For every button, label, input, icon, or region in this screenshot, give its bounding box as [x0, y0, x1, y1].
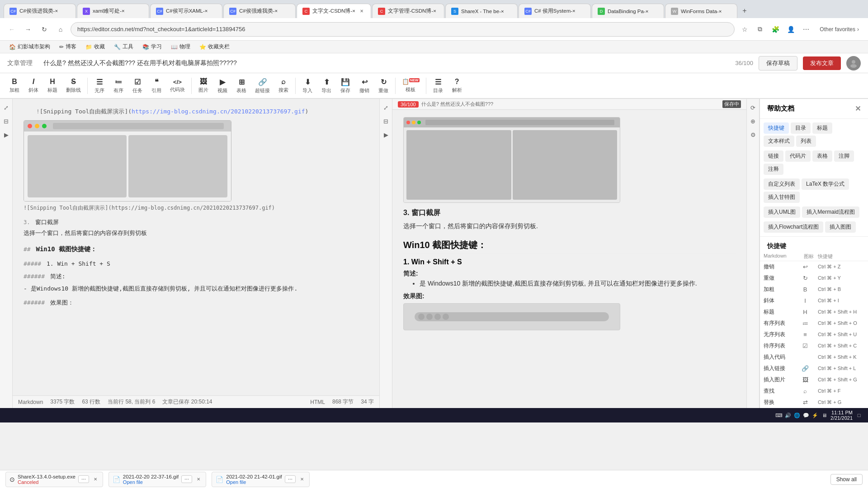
notif-2-close[interactable]: ✕: [195, 476, 202, 483]
help-close-icon[interactable]: ✕: [855, 104, 861, 113]
preview-sync-icon[interactable]: ⟳: [748, 103, 758, 113]
bookmark-2[interactable]: ✏ 博客: [56, 42, 80, 52]
toolbar-video[interactable]: ▶ 视频: [213, 75, 231, 97]
help-tab-textstyle[interactable]: 文本样式: [764, 136, 794, 147]
tab-7[interactable]: S ShareX - The be-×: [445, 4, 518, 18]
bookmark-5[interactable]: 📚 学习: [139, 42, 165, 52]
tab-2[interactable]: X xaml难可处-×: [77, 4, 149, 18]
help-tab-heading[interactable]: 标题: [812, 122, 832, 134]
editor-textarea[interactable]: ![Snipping Tool自由截屏演示](https://img-blog.…: [13, 99, 379, 395]
bookmark-6[interactable]: 📖 物理: [167, 42, 194, 52]
toolbar-heading[interactable]: H 标题: [43, 75, 61, 97]
tab-5-close[interactable]: ✕: [358, 8, 365, 15]
tab-5[interactable]: C 文字文-CSDN博-× ✕: [297, 4, 371, 18]
toolbar-image[interactable]: 🖼 图片: [194, 75, 212, 97]
home-button[interactable]: ⌂: [54, 23, 67, 36]
toolbar-template[interactable]: 📋NEW 模板: [398, 75, 423, 97]
help-tab-list[interactable]: 列表: [796, 136, 816, 147]
help-tab-latex[interactable]: LaTeX 数学公式: [802, 178, 849, 190]
expand-editor-icon[interactable]: ⤢: [1, 103, 11, 113]
toolbar-table[interactable]: ⊞ 表格: [232, 75, 250, 97]
show-all-button[interactable]: Show all: [830, 474, 863, 485]
toolbar-undo[interactable]: ↩ 撤销: [355, 75, 373, 97]
help-tab-mermaid[interactable]: 插入Mermaid流程图: [802, 206, 859, 218]
collections-icon[interactable]: ⧉: [754, 23, 766, 36]
notif-3-more[interactable]: ⋯: [285, 475, 296, 483]
help-tab-toc[interactable]: 目录: [791, 122, 811, 134]
shortcut-icon: H: [796, 306, 814, 318]
notif-3-close[interactable]: ✕: [298, 476, 306, 483]
help-tab-comment[interactable]: 注释: [764, 164, 783, 175]
toolbar-search[interactable]: ⌕ 搜索: [274, 75, 292, 97]
toolbar-import[interactable]: ⬇ 导入: [298, 75, 316, 97]
help-tab-custom-list[interactable]: 自定义列表: [764, 178, 800, 190]
preview-icon-2[interactable]: ⊟: [381, 116, 391, 126]
preview-icon-1[interactable]: ⤢: [381, 103, 391, 113]
help-tab-gantt[interactable]: 插入甘特图: [764, 192, 800, 203]
notif-2-action[interactable]: Open file: [123, 479, 179, 485]
tab-8[interactable]: C# C# 侯用System-×: [519, 4, 591, 18]
tab-1[interactable]: C# C#侯强进我类-×: [4, 4, 76, 18]
tab-3[interactable]: C# C#侯可示XAML-×: [150, 4, 222, 18]
toolbar-strikethrough[interactable]: S 删除线: [62, 75, 85, 97]
new-tab-button[interactable]: +: [738, 5, 751, 17]
favorites-star-icon[interactable]: ☆: [738, 23, 751, 36]
toolbar-parse[interactable]: ? 解析: [448, 75, 466, 97]
tray-display-icon[interactable]: 🖥: [821, 412, 828, 419]
profile-icon[interactable]: 👤: [784, 23, 797, 36]
toolbar-toc[interactable]: ☰ 目录: [429, 75, 447, 97]
notif-1-more[interactable]: ⋯: [78, 475, 89, 483]
tray-volume-icon[interactable]: 🔊: [784, 412, 792, 419]
help-tab-insert-img[interactable]: 插入图图: [825, 221, 856, 233]
tab-6[interactable]: C 文字管理-CSDN博-×: [372, 4, 444, 18]
toolbar-redo[interactable]: ↻ 重做: [374, 75, 392, 97]
bookmark-4[interactable]: 🔧 工具: [110, 42, 137, 52]
notif-2-more[interactable]: ⋯: [181, 475, 192, 483]
forward-button[interactable]: →: [22, 23, 34, 36]
toolbar-code[interactable]: </> 代码块: [166, 75, 189, 97]
address-bar[interactable]: https://editor.csdn.net/md?not_checkout=…: [71, 22, 735, 37]
bookmark-7[interactable]: ⭐ 收藏夹栏: [196, 42, 233, 52]
help-tab-codesnippet[interactable]: 代码片: [785, 150, 811, 162]
toolbar-task[interactable]: ☑ 任务: [128, 75, 146, 97]
tray-battery-icon[interactable]: ⚡: [811, 412, 819, 419]
toolbar-link[interactable]: 🔗 超链接: [251, 75, 274, 97]
save-draft-button[interactable]: 保存草稿: [759, 56, 797, 70]
bookmark-3[interactable]: 📁 收藏: [82, 42, 108, 52]
back-button[interactable]: ←: [5, 23, 18, 36]
bookmark-1[interactable]: 🏠 幻影城市架构: [5, 42, 54, 52]
publish-button[interactable]: 发布文章: [803, 56, 841, 70]
help-tab-shortcuts[interactable]: 快捷键: [764, 122, 789, 134]
toolbar-save[interactable]: 💾 保存: [336, 75, 354, 97]
preview-settings-icon[interactable]: ⚙: [748, 130, 758, 140]
action-center-icon[interactable]: □: [855, 412, 863, 419]
notif-1-close[interactable]: ✕: [92, 476, 99, 483]
split-view-icon[interactable]: ⊟: [1, 116, 11, 126]
toolbar-unordered[interactable]: ☰ 无序: [90, 75, 108, 97]
notif-3-action[interactable]: Open file: [226, 479, 282, 485]
tray-notification-icon[interactable]: 💬: [802, 412, 810, 419]
preview-zoom-icon[interactable]: ⊕: [748, 116, 758, 126]
preview-icon-3[interactable]: ▶: [381, 130, 391, 140]
help-tab-link[interactable]: 链接: [764, 150, 783, 162]
doc-title-input[interactable]: [43, 60, 730, 67]
help-tab-table[interactable]: 表格: [812, 150, 832, 162]
help-tab-footnote[interactable]: 注脚: [834, 150, 854, 162]
help-tab-flowchart[interactable]: 插入Flowchart流程图: [764, 221, 823, 233]
refresh-button[interactable]: ↻: [38, 23, 51, 36]
extensions-icon[interactable]: 🧩: [769, 23, 782, 36]
toolbar-export[interactable]: ⬆ 导出: [317, 75, 335, 97]
toolbar-bold[interactable]: B 加粗: [5, 75, 24, 97]
help-tab-uml[interactable]: 插入UML图: [764, 206, 800, 218]
toolbar-ordered[interactable]: ≔ 有序: [109, 75, 127, 97]
other-favorites[interactable]: Other favorites ›: [816, 24, 863, 34]
user-avatar[interactable]: [846, 56, 861, 70]
toolbar-italic[interactable]: I 斜体: [24, 75, 42, 97]
tab-4[interactable]: C# C#侯强难我类-×: [223, 4, 296, 18]
toolbar-quote[interactable]: ❝ 引用: [147, 75, 165, 97]
preview-only-icon[interactable]: ▶: [1, 130, 11, 140]
tab-10[interactable]: W WinForms Data-×: [665, 4, 737, 18]
tray-network-icon[interactable]: 🌐: [793, 412, 801, 419]
tab-9[interactable]: D DataBinding Pa-×: [592, 4, 664, 18]
settings-icon[interactable]: ⋯: [800, 23, 812, 36]
